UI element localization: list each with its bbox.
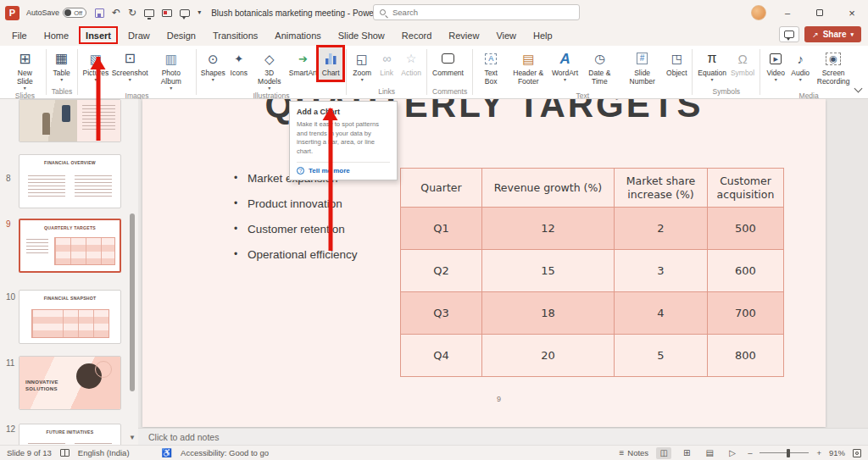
chart-button[interactable]: Chart xyxy=(319,47,342,82)
tab-animations[interactable]: Animations xyxy=(266,27,329,44)
table-cell[interactable]: 700 xyxy=(708,292,784,335)
3d-models-button[interactable]: 3D Models xyxy=(252,47,287,91)
normal-view-button[interactable]: ◫ xyxy=(656,447,671,459)
tab-file[interactable]: File xyxy=(3,27,36,44)
autosave-control[interactable]: AutoSave Off xyxy=(26,8,86,18)
table-cell[interactable]: 5 xyxy=(615,335,708,377)
slide-thumbnail-8[interactable]: FINANCIAL OVERVIEW xyxy=(19,154,121,208)
present-from-beginning-icon[interactable] xyxy=(144,9,154,17)
slide-title[interactable]: QUARTERLY TARGETS xyxy=(142,99,826,125)
comments-pane-button[interactable] xyxy=(779,26,799,42)
slide-thumbnail-12-partial[interactable]: FUTURE INITIATIVES xyxy=(19,424,121,445)
spell-check-icon[interactable] xyxy=(60,449,70,457)
minimize-button[interactable]: – xyxy=(776,3,798,22)
table-cell[interactable]: 18 xyxy=(482,292,615,335)
tab-transitions[interactable]: Transitions xyxy=(204,27,266,44)
redo-icon[interactable]: ↻ xyxy=(128,8,136,18)
table-cell[interactable]: Q1 xyxy=(401,208,482,250)
zoom-slider-thumb[interactable] xyxy=(787,449,790,457)
slide-canvas[interactable]: QUARTERLY TARGETS •Market expansion •Pro… xyxy=(142,99,826,427)
save-icon[interactable] xyxy=(95,8,104,18)
pictures-button[interactable]: Pictures xyxy=(81,47,109,82)
tab-view[interactable]: View xyxy=(487,27,525,44)
scroll-down-icon[interactable]: ▼ xyxy=(129,434,136,441)
table-cell[interactable]: 4 xyxy=(615,292,708,335)
zoom-in-button[interactable]: + xyxy=(816,448,821,457)
smartart-button[interactable]: SmartArt xyxy=(288,47,318,82)
thumbnail-scrollbar[interactable]: ▼ xyxy=(129,99,136,445)
new-slide-button[interactable]: New Slide xyxy=(8,47,42,91)
tab-home[interactable]: Home xyxy=(36,27,77,44)
zoom-out-button[interactable]: – xyxy=(748,448,752,457)
notes-pane[interactable]: Click to add notes xyxy=(138,428,868,445)
table-cell[interactable]: Q4 xyxy=(401,335,482,377)
tab-slide-show[interactable]: Slide Show xyxy=(330,27,393,44)
text-box-button[interactable]: Text Box xyxy=(476,47,505,91)
customize-toolbar-icon[interactable]: ▾ xyxy=(198,9,201,16)
maximize-button[interactable] xyxy=(809,3,831,22)
slide-number-button[interactable]: Slide Number xyxy=(620,47,664,91)
search-input[interactable] xyxy=(391,7,573,18)
screenshot-button[interactable]: Screenshot xyxy=(111,47,149,82)
table-header-cell[interactable]: Revenue growth (%) xyxy=(482,169,615,208)
table-cell[interactable]: Q2 xyxy=(401,250,482,292)
table-cell[interactable]: 2 xyxy=(615,208,708,250)
slide-sorter-view-button[interactable]: ⊞ xyxy=(679,447,694,459)
share-button[interactable]: ↗ Share ▾ xyxy=(804,26,861,42)
tab-review[interactable]: Review xyxy=(440,27,487,44)
equation-button[interactable]: Equation xyxy=(696,47,728,82)
autosave-toggle[interactable]: Off xyxy=(63,8,86,18)
table-header-cell[interactable]: Quarter xyxy=(401,169,482,208)
table-cell[interactable]: 800 xyxy=(708,335,784,377)
accessibility-status[interactable]: Accessibility: Good to go xyxy=(181,448,269,457)
language-indicator[interactable]: English (India) xyxy=(78,448,130,457)
fit-slide-to-window-icon[interactable] xyxy=(853,449,861,457)
slide-preview-icon[interactable] xyxy=(162,9,172,17)
notes-toggle-button[interactable]: ≡ Notes xyxy=(619,448,648,457)
tab-design[interactable]: Design xyxy=(159,27,204,44)
object-button[interactable]: Object xyxy=(665,47,688,82)
table-button[interactable]: Table xyxy=(50,47,74,82)
notes-placeholder[interactable]: Click to add notes xyxy=(148,432,219,442)
slideshow-view-button[interactable]: ▷ xyxy=(725,447,740,459)
screen-recording-button[interactable]: Screen Recording xyxy=(813,47,854,91)
table-header-cell[interactable]: Market share increase (%) xyxy=(615,169,708,208)
scrollbar-thumb[interactable] xyxy=(130,213,135,391)
slide-thumbnail-9-selected[interactable]: QUARTERLY TARGETS xyxy=(19,219,121,273)
tab-insert[interactable]: Insert xyxy=(77,27,120,44)
table-cell[interactable]: Q3 xyxy=(401,292,482,335)
table-cell[interactable]: 12 xyxy=(482,208,615,250)
zoom-slider[interactable] xyxy=(760,452,809,454)
slide-thumbnail-11[interactable]: INNOVATIVE SOLUTIONS xyxy=(19,356,121,410)
zoom-level[interactable]: 91% xyxy=(829,448,845,457)
tab-draw[interactable]: Draw xyxy=(120,27,159,44)
slide-thumbnail-10[interactable]: FINANCIAL SNAPSHOT xyxy=(19,290,121,344)
tab-record[interactable]: Record xyxy=(393,27,440,44)
quarterly-targets-table[interactable]: Quarter Revenue growth (%) Market share … xyxy=(400,168,784,377)
tab-help[interactable]: Help xyxy=(525,27,561,44)
tell-me-more-link[interactable]: ? Tell me more xyxy=(297,167,390,175)
wordart-button[interactable]: WordArt xyxy=(551,47,579,82)
reading-view-button[interactable]: ▤ xyxy=(702,447,717,459)
user-avatar[interactable] xyxy=(751,5,766,20)
video-button[interactable]: Video xyxy=(764,47,787,82)
close-button[interactable]: × xyxy=(841,3,863,22)
slide-indicator[interactable]: Slide 9 of 13 xyxy=(7,448,52,457)
table-cell[interactable]: 600 xyxy=(708,250,784,292)
shapes-button[interactable]: Shapes xyxy=(200,47,226,82)
undo-icon[interactable]: ↶ xyxy=(112,8,120,18)
audio-button[interactable]: Audio xyxy=(788,47,812,82)
zoom-button[interactable]: Zoom xyxy=(350,47,374,82)
bullet-list[interactable]: •Market expansion •Product innovation •C… xyxy=(234,165,358,267)
search-bar[interactable] xyxy=(373,4,580,20)
table-cell[interactable]: 15 xyxy=(482,250,615,292)
date-time-button[interactable]: Date & Time xyxy=(580,47,620,91)
table-cell[interactable]: 3 xyxy=(615,250,708,292)
table-cell[interactable]: 20 xyxy=(482,335,615,377)
table-cell[interactable]: 500 xyxy=(708,208,784,250)
table-header-cell[interactable]: Customer acquisition xyxy=(708,169,784,208)
photo-album-button[interactable]: Photo Album xyxy=(150,47,192,91)
slide-thumbnail-7-partial[interactable] xyxy=(19,99,121,142)
icons-button[interactable]: Icons xyxy=(227,47,251,82)
comment-button[interactable]: Comment xyxy=(431,47,465,82)
